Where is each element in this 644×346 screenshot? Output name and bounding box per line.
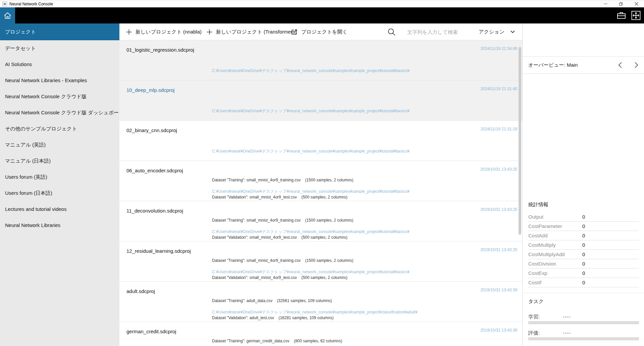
chevron-right-icon [635,62,638,68]
stat-value: 0 [582,269,585,278]
stat-label: CostDivision [528,261,556,267]
project-row[interactable]: 02_binary_cnn.sdcproj C:¥Users¥stesk¥One… [119,121,522,161]
sidebar-item-label: Users forum (日本語) [5,190,52,196]
external-link-icon [291,29,298,35]
project-path: C:¥Users¥stesk¥OneDrive¥デスクトップ¥neural_ne… [212,189,410,194]
training-progressbar [528,321,639,324]
project-date: 2019/10/31 13:43:39 [480,328,517,333]
sidebar-item-label: Neural Network Console クラウド版 ダッシュボード [5,110,119,115]
project-dataset-info: Dataset "Training": german_credit_data.c… [212,327,344,346]
restore-button[interactable] [613,0,629,7]
sidebar-item[interactable]: マニュアル (日本語) [0,153,119,169]
action-menu-label: アクション [479,29,504,35]
open-project-button[interactable]: プロジェクトを開く [291,23,347,40]
chevron-left-icon [619,62,622,68]
sidebar-item-label: マニュアル (日本語) [5,158,51,164]
project-path: C:¥Users¥stesk¥OneDrive¥デスクトップ¥neural_ne… [212,269,410,275]
project-toolbar: 新しいプロジェクト (nnabla) 新しいプロジェクト (Transforme… [119,23,522,40]
stat-row: Output 0 [528,212,639,222]
tasks-divider [523,293,644,293]
new-project-nnabla-label: 新しいプロジェクト (nnabla) [136,29,202,35]
sidebar-item-label: その他のサンプルプロジェクト [5,126,77,131]
sidebar-item-label: Neural Network Console クラウド版 [5,94,87,99]
dataset-validation-line: Dataset "Validation": small_mnist_4or9_t… [212,194,354,200]
project-row[interactable]: 11_deconvolution.sdcproj Dataset "Traini… [119,201,522,241]
stat-row: CostIf 0 [528,278,639,287]
project-date: 2024/11/19 21:34:49 [481,46,517,51]
main-area: 新しいプロジェクト (nnabla) 新しいプロジェクト (Transforme… [119,23,523,346]
stat-label: CostAdd [528,233,548,238]
window-title: Neural Network Console [9,2,53,6]
dataset-training-line: Dataset "Training": small_mnist_4or9_tra… [212,218,354,223]
action-menu-button[interactable]: アクション [479,23,515,40]
project-date: 2019/10/31 13:43:25 [480,167,517,172]
project-name: 11_deconvolution.sdcproj [126,208,183,214]
sidebar-item[interactable]: Lectures and tutorial videos [0,201,119,217]
sidebar-item[interactable]: マニュアル (英語) [0,137,119,153]
project-row[interactable]: 12_residual_learning.sdcproj Dataset "Tr… [119,241,522,282]
sidebar-item-label: プロジェクト [5,29,36,35]
project-name: 02_binary_cnn.sdcproj [126,127,177,133]
plus-icon [126,29,132,35]
project-row[interactable]: 10_deep_mlp.sdcproj C:¥Users¥stesk¥OneDr… [119,80,522,121]
training-task-label: 学習: [528,314,540,320]
window-controls [598,0,644,8]
sidebar-item[interactable]: プロジェクト [0,23,119,40]
project-row[interactable]: 06_auto_encoder.sdcproj Dataset "Trainin… [119,161,522,201]
evaluation-progressbar [528,337,639,340]
list-scrollbar[interactable] [519,47,521,235]
sidebar: プロジェクト データセット AI Solutions Neural Networ… [0,23,119,346]
new-project-nnabla-button[interactable]: 新しいプロジェクト (nnabla) [126,23,202,40]
stat-value: 0 [582,278,585,287]
overview-header: オーバービュー: Main [523,56,644,74]
sidebar-item[interactable]: Neural Network Console クラウド版 ダッシュボード [0,105,119,121]
sidebar-item[interactable]: Neural Network Libraries [0,217,119,233]
toolbox-icon [617,11,626,20]
dataset-training-line: Dataset "Training": small_mnist_4or9_tra… [212,177,354,183]
new-project-transformers-label: 新しいプロジェクト (Transformers) [216,29,297,35]
stat-value: 0 [582,240,585,250]
sidebar-item-label: Neural Network Libraries [5,222,60,228]
overview-prev-button[interactable] [618,61,623,69]
resize-button[interactable] [631,11,641,20]
project-path: C:¥Users¥stesk¥OneDrive¥デスクトップ¥neural_ne… [212,68,410,74]
project-date: 2019/10/31 13:43:25 [480,207,517,212]
dataset-validation-line: Dataset "Validation": small_mnist_4or9_t… [212,275,354,281]
sidebar-item[interactable]: Neural Network Console クラウド版 [0,89,119,105]
project-row[interactable]: 01_logistic_regression.sdcproj C:¥Users¥… [119,40,522,80]
titlebar: N Neural Network Console [0,0,644,7]
new-project-transformers-button[interactable]: 新しいプロジェクト (Transformers) [207,23,297,40]
project-row[interactable]: german_credit.sdcproj Dataset "Training"… [119,322,522,346]
sidebar-item[interactable]: Neural Network Libraries - Examples [0,72,119,89]
toolbox-button[interactable] [617,11,626,20]
stat-value: 0 [582,259,585,269]
sidebar-item-label: データセット [5,45,36,51]
sidebar-item[interactable]: データセット [0,40,119,56]
evaluation-task-label: 評価: [528,330,540,336]
project-row[interactable]: adult.sdcproj Dataset "Training": adult_… [119,282,522,322]
tasks-title: タスク [528,298,544,305]
sidebar-item[interactable]: その他のサンプルプロジェクト [0,121,119,137]
project-name: 10_deep_mlp.sdcproj [126,87,174,93]
close-button[interactable] [629,0,644,7]
stat-label: Output [528,214,543,220]
open-project-label: プロジェクトを開く [301,29,347,35]
home-button[interactable] [0,7,15,23]
stat-row: CostParameter 0 [528,222,639,231]
sidebar-item[interactable]: AI Solutions [0,56,119,72]
stat-label: CostParameter [528,223,562,229]
overview-title: オーバービュー: Main [528,62,578,68]
cross-arrows-icon [631,11,641,20]
project-dataset-info [212,126,225,160]
sidebar-item[interactable]: Users forum (日本語) [0,185,119,201]
chevron-down-icon [511,31,515,33]
dataset-validation-line: Dataset "Validation": small_mnist_4or9_t… [212,235,354,240]
project-date: 2024/11/19 21:31:19 [481,127,517,131]
overview-next-button[interactable] [634,61,639,69]
project-name: adult.sdcproj [126,288,155,294]
dataset-training-line: Dataset "Training": small_mnist_4or9_tra… [212,258,354,264]
statistics-title: 統計情報 [528,201,548,208]
minimize-button[interactable] [598,0,613,7]
sidebar-item[interactable]: Users forum (英語) [0,169,119,185]
project-path: C:¥Users¥stesk¥OneDrive¥デスクトップ¥neural_ne… [212,229,410,235]
